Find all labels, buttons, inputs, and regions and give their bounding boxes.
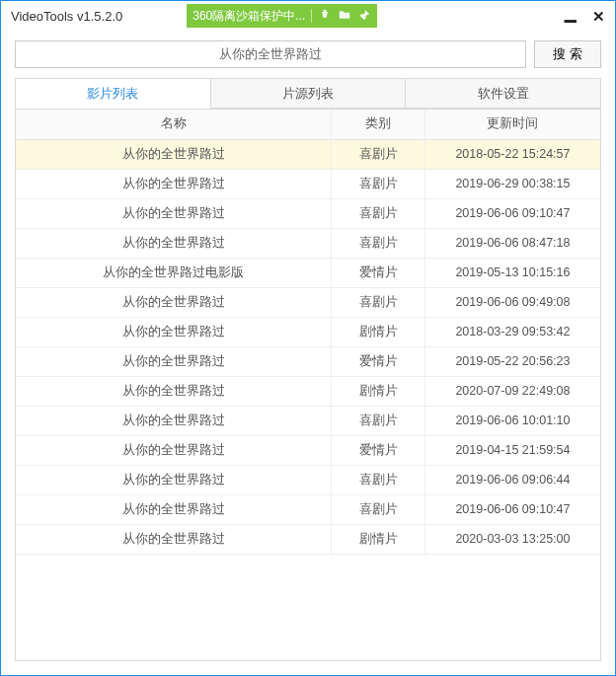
- col-header-name[interactable]: 名称: [16, 110, 332, 139]
- sandbox-label: 360隔离沙箱保护中...: [192, 8, 305, 25]
- separator: [311, 9, 312, 23]
- cell-name: 从你的全世界路过: [16, 494, 332, 524]
- tab-source-list[interactable]: 片源列表: [210, 79, 406, 109]
- cell-name: 从你的全世界路过: [16, 465, 332, 494]
- minimize-button[interactable]: ▁: [565, 6, 577, 21]
- folder-icon[interactable]: [338, 9, 351, 23]
- cell-time: 2019-05-13 10:15:16: [424, 258, 600, 287]
- cell-time: 2019-06-06 09:06:44: [424, 465, 600, 494]
- cell-time: 2019-06-06 09:10:47: [424, 494, 600, 524]
- cell-time: 2019-06-06 09:49:08: [424, 287, 600, 317]
- cell-time: 2018-03-29 09:53:42: [424, 317, 600, 346]
- cell-name: 从你的全世界路过: [16, 317, 332, 346]
- table-header-row: 名称 类别 更新时间: [16, 110, 600, 139]
- results-table-wrap[interactable]: 名称 类别 更新时间 从你的全世界路过喜剧片2018-05-22 15:24:5…: [15, 109, 601, 661]
- cell-type: 剧情片: [332, 317, 425, 346]
- table-row[interactable]: 从你的全世界路过喜剧片2019-06-29 00:38:15: [16, 169, 600, 198]
- col-header-type[interactable]: 类别: [332, 110, 425, 139]
- cell-name: 从你的全世界路过: [16, 139, 332, 169]
- cell-name: 从你的全世界路过: [16, 346, 332, 376]
- cell-time: 2019-06-06 10:01:10: [424, 406, 600, 435]
- cell-name: 从你的全世界路过: [16, 169, 332, 198]
- cell-type: 爱情片: [332, 435, 425, 465]
- cell-type: 喜剧片: [332, 406, 425, 435]
- tab-settings[interactable]: 软件设置: [405, 79, 600, 109]
- table-row[interactable]: 从你的全世界路过喜剧片2019-06-06 10:01:10: [16, 406, 600, 435]
- cell-type: 剧情片: [332, 376, 425, 406]
- cell-name: 从你的全世界路过: [16, 435, 332, 465]
- table-row[interactable]: 从你的全世界路过喜剧片2019-06-06 09:06:44: [16, 465, 600, 494]
- cell-type: 喜剧片: [332, 494, 425, 524]
- close-button[interactable]: ✕: [592, 9, 605, 24]
- cell-type: 喜剧片: [332, 139, 425, 169]
- cell-time: 2019-05-22 20:56:23: [424, 346, 600, 376]
- table-row[interactable]: 从你的全世界路过爱情片2019-04-15 21:59:54: [16, 435, 600, 465]
- cell-name: 从你的全世界路过电影版: [16, 258, 332, 287]
- titlebar[interactable]: VideoTools v1.5.2.0 360隔离沙箱保护中... ▁ ✕: [1, 1, 615, 31]
- search-input[interactable]: [15, 40, 526, 68]
- cell-name: 从你的全世界路过: [16, 287, 332, 317]
- cell-name: 从你的全世界路过: [16, 406, 332, 435]
- table-row[interactable]: 从你的全世界路过剧情片2018-03-29 09:53:42: [16, 317, 600, 346]
- cell-time: 2019-04-15 21:59:54: [424, 435, 600, 465]
- tab-video-list[interactable]: 影片列表: [16, 79, 210, 109]
- cell-type: 喜剧片: [332, 198, 425, 228]
- cell-type: 喜剧片: [332, 228, 425, 258]
- cell-time: 2020-03-03 13:25:00: [424, 524, 600, 554]
- pin-icon[interactable]: [357, 9, 371, 23]
- results-table: 名称 类别 更新时间 从你的全世界路过喜剧片2018-05-22 15:24:5…: [16, 110, 600, 555]
- cell-time: 2019-06-06 08:47:18: [424, 228, 600, 258]
- table-row[interactable]: 从你的全世界路过喜剧片2019-06-06 09:49:08: [16, 287, 600, 317]
- cell-name: 从你的全世界路过: [16, 198, 332, 228]
- table-row[interactable]: 从你的全世界路过爱情片2019-05-22 20:56:23: [16, 346, 600, 376]
- cell-type: 爱情片: [332, 258, 425, 287]
- table-row[interactable]: 从你的全世界路过喜剧片2019-06-06 09:10:47: [16, 494, 600, 524]
- table-row[interactable]: 从你的全世界路过电影版爱情片2019-05-13 10:15:16: [16, 258, 600, 287]
- col-header-time[interactable]: 更新时间: [424, 110, 600, 139]
- window-controls: ▁ ✕: [565, 9, 615, 24]
- cell-time: 2018-05-22 15:24:57: [424, 139, 600, 169]
- window-title: VideoTools v1.5.2.0: [1, 9, 122, 24]
- cell-time: 2020-07-09 22:49:08: [424, 376, 600, 406]
- search-bar: 搜索: [1, 31, 615, 74]
- cell-name: 从你的全世界路过: [16, 376, 332, 406]
- cell-type: 爱情片: [332, 346, 425, 376]
- table-row[interactable]: 从你的全世界路过剧情片2020-03-03 13:25:00: [16, 524, 600, 554]
- table-row[interactable]: 从你的全世界路过喜剧片2019-06-06 09:10:47: [16, 198, 600, 228]
- cell-type: 喜剧片: [332, 287, 425, 317]
- cell-time: 2019-06-29 00:38:15: [424, 169, 600, 198]
- search-button[interactable]: 搜索: [534, 40, 601, 68]
- app-window: VideoTools v1.5.2.0 360隔离沙箱保护中... ▁ ✕ 搜索…: [0, 0, 616, 676]
- cell-type: 喜剧片: [332, 465, 425, 494]
- cell-name: 从你的全世界路过: [16, 228, 332, 258]
- table-row[interactable]: 从你的全世界路过喜剧片2019-06-06 08:47:18: [16, 228, 600, 258]
- cell-name: 从你的全世界路过: [16, 524, 332, 554]
- cell-type: 剧情片: [332, 524, 425, 554]
- cell-type: 喜剧片: [332, 169, 425, 198]
- cell-time: 2019-06-06 09:10:47: [424, 198, 600, 228]
- table-row[interactable]: 从你的全世界路过剧情片2020-07-09 22:49:08: [16, 376, 600, 406]
- tab-bar: 影片列表 片源列表 软件设置: [15, 78, 601, 109]
- sandbox-badge[interactable]: 360隔离沙箱保护中...: [187, 4, 377, 28]
- plug-icon[interactable]: [318, 9, 332, 23]
- table-row[interactable]: 从你的全世界路过喜剧片2018-05-22 15:24:57: [16, 139, 600, 169]
